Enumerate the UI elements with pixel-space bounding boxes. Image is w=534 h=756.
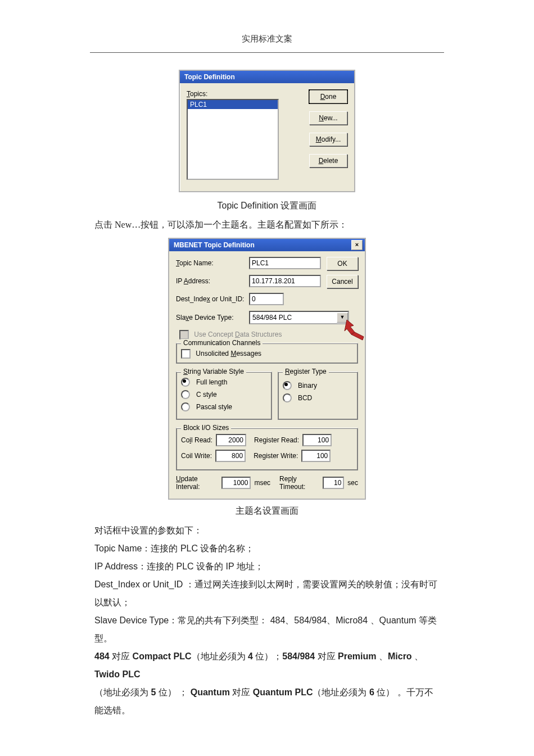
radio-label: Full length bbox=[196, 378, 227, 386]
coil-write-input[interactable] bbox=[215, 450, 246, 462]
bold-premium: Premium bbox=[338, 651, 376, 661]
slave-device-type-label: Slave Device Type: bbox=[176, 314, 249, 322]
txt: 对应 bbox=[315, 651, 338, 661]
register-read-input[interactable] bbox=[302, 434, 332, 446]
radio-label: C style bbox=[196, 391, 217, 399]
bcd-radio[interactable] bbox=[283, 393, 292, 402]
caption-eng: Topic Definition bbox=[218, 201, 279, 210]
sec-label: sec bbox=[347, 479, 358, 487]
unsolicited-messages-checkbox[interactable] bbox=[181, 349, 191, 359]
underline-char: D bbox=[319, 157, 324, 165]
radio-label: BCD bbox=[298, 394, 312, 402]
txt: 位） ； bbox=[156, 687, 188, 697]
bold-584984: 584/984 bbox=[282, 651, 315, 661]
select-value: 584/984 PLC bbox=[252, 314, 292, 322]
chevron-down-icon[interactable]: ▼ bbox=[337, 313, 348, 323]
string-variable-style-group: String Variable Style Full length C styl… bbox=[176, 372, 272, 420]
concept-checkbox bbox=[179, 330, 189, 339]
delete-button[interactable]: Delete bbox=[309, 154, 347, 168]
txt: 对应 bbox=[110, 651, 133, 661]
bold-mapping-line-1: 484 对应 Compact PLC（地址必须为 4 位）；584/984 对应… bbox=[94, 648, 440, 683]
txt: （地址必须为 bbox=[94, 687, 151, 697]
underline-char: v bbox=[185, 314, 189, 322]
coil-write-label: Coil Write: bbox=[181, 452, 212, 460]
topics-listbox[interactable]: PLC1 bbox=[187, 99, 279, 180]
bold-compact: Compact PLC bbox=[133, 651, 192, 661]
dialog-titlebar: MBENET Topic Definition × bbox=[169, 239, 365, 251]
update-interval-input[interactable] bbox=[221, 477, 251, 489]
cancel-button[interactable]: Cancel bbox=[327, 275, 358, 288]
done-button[interactable]: Done bbox=[309, 90, 347, 103]
underline-char: x bbox=[207, 295, 210, 303]
underline-char: M bbox=[316, 135, 322, 143]
bold-twido: Twido PLC bbox=[94, 669, 140, 679]
dialog-titlebar: Topic Definition bbox=[180, 71, 354, 83]
block-io-sizes-group: Block I/O Sizes Coil Read: Register Read… bbox=[176, 428, 358, 470]
bold-quantum: Quantum bbox=[188, 687, 230, 697]
body-paragraph: 点击 New…按钮，可以添加一个主题名。主题名配置如下所示： bbox=[94, 216, 440, 233]
radio-label: Binary bbox=[298, 382, 317, 390]
bold-micro: Micro bbox=[388, 651, 412, 661]
reply-timeout-input[interactable] bbox=[323, 477, 344, 489]
topic-name-input[interactable] bbox=[249, 257, 321, 269]
dialog-title-text: MBENET Topic Definition bbox=[174, 241, 255, 249]
update-interval-label: Update Interval: bbox=[176, 475, 218, 491]
close-icon[interactable]: × bbox=[351, 240, 363, 250]
dest-index-input[interactable] bbox=[249, 293, 284, 305]
txt: 、 bbox=[377, 651, 388, 661]
register-type-group: Register Type Binary BCD bbox=[278, 372, 358, 420]
underline-char: D bbox=[320, 93, 325, 101]
figure-caption-1: Topic Definition 设置画面 bbox=[0, 200, 534, 212]
caption-chn: 设置画面 bbox=[278, 201, 316, 210]
coil-read-input[interactable] bbox=[216, 434, 246, 446]
underline-char: D bbox=[235, 331, 240, 338]
txt: 、 bbox=[412, 651, 423, 661]
dest-line: Dest_Index or Unit_ID ：通过网关连接到以太网时，需要设置网… bbox=[94, 576, 440, 612]
register-read-label: Register Read: bbox=[254, 436, 299, 444]
reply-timeout-label: Reply Timeout: bbox=[279, 475, 319, 491]
ip-address-label: IP Address: bbox=[176, 277, 249, 285]
msec-label: msec bbox=[254, 479, 270, 487]
page-header: 实用标准文案 bbox=[0, 34, 534, 50]
bold-6: 6 bbox=[369, 687, 374, 697]
ok-button[interactable]: OK bbox=[327, 257, 358, 270]
ip-line: IP Address：连接的 PLC 设备的 IP 地址； bbox=[94, 558, 440, 576]
register-write-input[interactable] bbox=[301, 450, 331, 462]
parameters-description: 对话框中设置的参数如下： Topic Name：连接的 PLC 设备的名称； I… bbox=[94, 522, 440, 719]
new-button[interactable]: New... bbox=[309, 111, 347, 125]
modify-button[interactable]: Modify... bbox=[309, 133, 347, 146]
underline-char: U bbox=[176, 475, 181, 483]
slave-device-type-select[interactable]: 584/984 PLC ▼ bbox=[249, 311, 349, 324]
unsolicited-messages-label: Unsolicited Messages bbox=[196, 350, 261, 357]
topic-name-label: Topic Name: bbox=[176, 259, 249, 267]
header-divider bbox=[90, 52, 444, 53]
binary-radio[interactable] bbox=[283, 381, 292, 390]
pascal-style-radio[interactable] bbox=[181, 402, 190, 411]
txt: （地址必须为 bbox=[313, 687, 369, 697]
c-style-radio[interactable] bbox=[181, 390, 190, 399]
bold-4: 4 bbox=[248, 651, 253, 661]
radio-label: Pascal style bbox=[196, 403, 232, 411]
bold-484: 484 bbox=[94, 651, 110, 661]
underline-char: N bbox=[319, 114, 324, 122]
concept-label: Use Concept Data Structures bbox=[194, 331, 282, 338]
intro-line: 对话框中设置的参数如下： bbox=[94, 522, 440, 540]
mbenet-topic-definition-dialog: MBENET Topic Definition × OK Cancel Topi… bbox=[168, 238, 366, 500]
underline-char: T bbox=[187, 90, 190, 98]
underline-char: T bbox=[176, 259, 179, 267]
txt: 位）； bbox=[253, 651, 282, 661]
topics-list-item[interactable]: PLC1 bbox=[188, 100, 278, 109]
topics-label: Topics: bbox=[187, 90, 302, 98]
underline-char: A bbox=[184, 277, 188, 285]
ip-address-input[interactable] bbox=[249, 275, 321, 287]
coil-read-label: Coil Read: bbox=[181, 436, 212, 444]
register-write-label: Register Write: bbox=[254, 452, 298, 460]
group-legend: String Variable Style bbox=[181, 368, 246, 375]
full-length-radio[interactable] bbox=[181, 378, 190, 387]
group-legend: Register Type bbox=[283, 368, 329, 375]
bold-mapping-line-2: （地址必须为 5 位） ； Quantum 对应 Quantum PLC（地址必… bbox=[94, 683, 440, 719]
group-legend: Block I/O Sizes bbox=[181, 424, 231, 432]
txt: （地址必须为 bbox=[192, 651, 248, 661]
slave-line: Slave Device Type：常见的共有下列类型： 484、584/984… bbox=[94, 612, 440, 648]
bold-quantum-plc: Quantum PLC bbox=[253, 687, 313, 697]
